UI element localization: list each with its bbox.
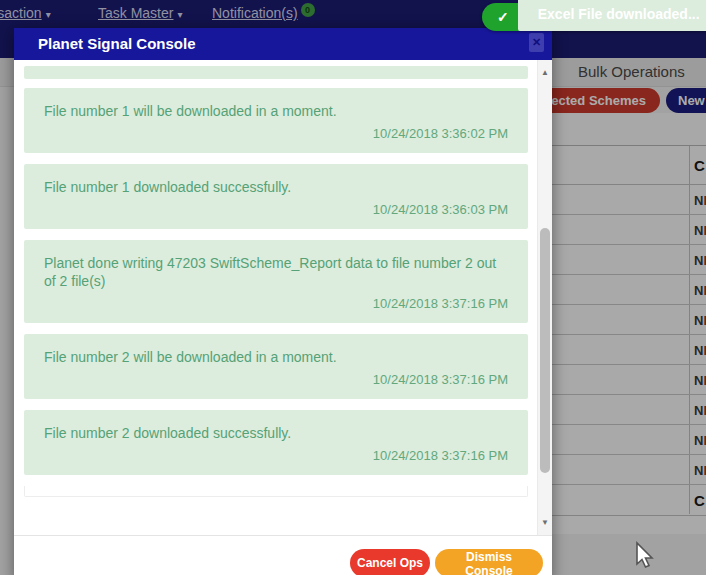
console-message: File number 1 downloaded successfully.10…	[24, 164, 528, 229]
message-timestamp: 10/24/2018 3:37:16 PM	[44, 448, 508, 466]
message-text: File number 1 will be downloaded in a mo…	[44, 102, 508, 120]
close-icon[interactable]: ✕	[529, 33, 544, 52]
message-timestamp: 10/24/2018 3:36:02 PM	[44, 126, 508, 144]
message-text: Planet done writing 47203 SwiftScheme_Re…	[44, 254, 508, 290]
scrollbar-thumb[interactable]	[540, 228, 550, 473]
console-message-area: File number 1 will be downloaded in a mo…	[14, 60, 537, 535]
scroll-down-icon[interactable]: ▼	[538, 518, 552, 527]
scroll-up-icon[interactable]: ▲	[538, 68, 552, 77]
screen: Transaction▾ Task Master▾ Notification(s…	[0, 0, 706, 575]
scrollbar[interactable]: ▲ ▼	[537, 60, 552, 535]
message-timestamp: 10/24/2018 3:37:16 PM	[44, 372, 508, 390]
dismiss-console-button[interactable]: Dismiss Console	[435, 549, 543, 575]
console-message: Planet done writing 47203 SwiftScheme_Re…	[24, 240, 528, 323]
message-list: File number 1 will be downloaded in a mo…	[24, 66, 528, 497]
dialog-header: Planet Signal Console ✕	[14, 28, 552, 60]
check-icon: ✓	[497, 9, 509, 25]
cancel-ops-button[interactable]: Cancel Ops	[350, 549, 430, 575]
message-list-items: File number 1 will be downloaded in a mo…	[24, 88, 528, 475]
planet-signal-console-dialog: Planet Signal Console ✕ File number 1 wi…	[14, 28, 552, 575]
toast-message: Excel File downloaded...	[518, 0, 706, 31]
message-text: File number 2 will be downloaded in a mo…	[44, 348, 508, 366]
console-message: File number 1 will be downloaded in a mo…	[24, 88, 528, 153]
console-message: File number 2 will be downloaded in a mo…	[24, 334, 528, 399]
dialog-footer: Cancel Ops Dismiss Console	[14, 535, 552, 575]
console-message: File number 2 downloaded successfully.10…	[24, 410, 528, 475]
download-toast[interactable]: ✓ Excel File downloaded...	[482, 3, 706, 31]
console-message-partial	[24, 66, 528, 79]
dialog-title: Planet Signal Console	[38, 35, 196, 52]
message-timestamp: 10/24/2018 3:36:03 PM	[44, 202, 508, 220]
message-text: File number 1 downloaded successfully.	[44, 178, 508, 196]
message-timestamp: 10/24/2018 3:37:16 PM	[44, 296, 508, 314]
console-message-empty	[24, 486, 528, 497]
message-text: File number 2 downloaded successfully.	[44, 424, 508, 442]
